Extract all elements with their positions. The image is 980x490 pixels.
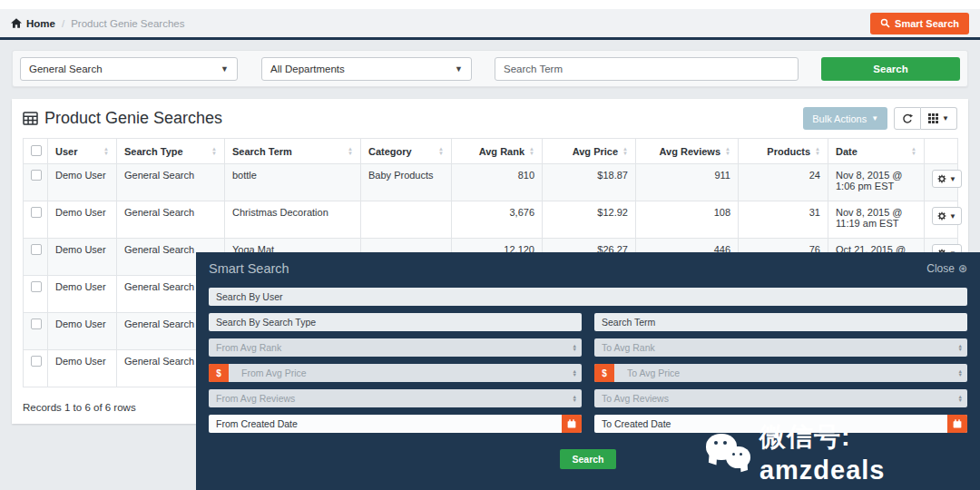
row-checkbox[interactable] — [31, 318, 42, 329]
filter-search-button[interactable]: Search — [821, 57, 960, 81]
search-icon — [880, 18, 890, 28]
number-spinner-icon[interactable]: ▲▼ — [958, 369, 967, 377]
department-select-value: All Departments — [270, 64, 345, 74]
bulk-actions-button[interactable]: Bulk Actions ▼ — [803, 107, 887, 130]
search-by-user-field — [209, 288, 967, 306]
column-header-user[interactable]: User▲▼ — [48, 139, 117, 164]
from-created-date-input[interactable] — [209, 415, 562, 433]
search-by-search-type-input[interactable] — [209, 313, 582, 331]
smart-search-button-label: Smart Search — [895, 18, 959, 29]
from-avg-reviews-input[interactable] — [209, 389, 573, 407]
page-title-text: Product Genie Searches — [44, 109, 222, 128]
chevron-down-icon: ▼ — [871, 114, 878, 122]
cell-search-term: Christmas Decoration — [225, 201, 361, 239]
modal-search-button[interactable]: Search — [560, 449, 615, 469]
from-avg-rank-field: ▲▼ — [209, 338, 582, 357]
cell-user: Demo User — [48, 164, 117, 201]
to-avg-price-input[interactable] — [614, 364, 958, 382]
sort-icon: ▲▼ — [622, 147, 628, 156]
search-type-select[interactable]: General Search ▼ — [20, 57, 238, 81]
column-header-avg-rank[interactable]: Avg Rank▲▼ — [452, 139, 543, 164]
cell-user: Demo User — [48, 276, 117, 313]
cell-avg-price: $12.92 — [543, 201, 636, 239]
table-icon — [23, 112, 38, 125]
column-header-products[interactable]: Products▲▼ — [739, 139, 828, 164]
from-avg-price-input[interactable] — [229, 364, 573, 382]
number-spinner-icon[interactable]: ▲▼ — [573, 395, 582, 402]
sort-icon: ▲▼ — [529, 147, 534, 156]
search-term-field — [594, 313, 967, 331]
dollar-addon-icon: $ — [594, 364, 614, 382]
dollar-addon-icon: $ — [209, 364, 229, 382]
chevron-down-icon: ▼ — [949, 212, 956, 220]
cell-avg-price: $18.87 — [543, 164, 636, 201]
from-created-date-field — [209, 415, 582, 433]
sort-icon: ▲▼ — [348, 147, 353, 156]
cell-search-type: General Search — [117, 201, 225, 239]
sort-icon: ▲▼ — [211, 147, 217, 156]
sort-icon: ▲▼ — [725, 147, 730, 156]
row-checkbox[interactable] — [31, 244, 42, 255]
cell-search-term: bottle — [225, 164, 361, 201]
breadcrumb-separator: / — [62, 18, 64, 29]
from-avg-reviews-field: ▲▼ — [209, 389, 582, 407]
breadcrumb-home-link[interactable]: Home — [11, 18, 55, 29]
search-by-user-input[interactable] — [209, 288, 967, 306]
column-header-avg-price[interactable]: Avg Price▲▼ — [543, 139, 636, 164]
search-type-select-value: General Search — [29, 64, 103, 74]
column-header-category[interactable]: Category▲▼ — [361, 139, 452, 164]
column-header-date[interactable]: Date▲▼ — [828, 139, 925, 164]
to-avg-reviews-input[interactable] — [594, 389, 958, 407]
row-actions-button[interactable]: ▼ — [932, 207, 962, 225]
cell-avg-reviews: 911 — [636, 164, 739, 201]
watermark: 微信号: amzdeals — [706, 419, 980, 485]
breadcrumb: Home / Product Genie Searches — [11, 18, 184, 29]
row-checkbox[interactable] — [31, 170, 42, 181]
smart-search-button[interactable]: Smart Search — [870, 13, 969, 34]
column-header-actions — [925, 139, 958, 164]
number-spinner-icon[interactable]: ▲▼ — [958, 395, 967, 402]
number-spinner-icon[interactable]: ▲▼ — [958, 344, 967, 351]
modal-search-term-input[interactable] — [594, 313, 967, 331]
refresh-icon — [902, 113, 913, 124]
breadcrumb-bar: Home / Product Genie Searches Smart Sear… — [0, 9, 980, 40]
number-spinner-icon[interactable]: ▲▼ — [573, 369, 582, 377]
department-select[interactable]: All Departments ▼ — [261, 57, 472, 81]
table-tools-group: ▼ — [894, 107, 957, 130]
sort-icon: ▲▼ — [911, 147, 916, 156]
select-all-checkbox[interactable] — [31, 145, 42, 156]
sort-icon: ▲▼ — [438, 147, 444, 156]
row-checkbox[interactable] — [31, 281, 42, 292]
refresh-button[interactable] — [894, 107, 921, 130]
page-title: Product Genie Searches — [23, 109, 222, 128]
column-header-avg-reviews[interactable]: Avg Reviews▲▼ — [636, 139, 739, 164]
columns-button[interactable]: ▼ — [921, 107, 957, 130]
table-row: Demo User General Search bottle Baby Pro… — [24, 164, 958, 201]
gear-icon — [937, 211, 946, 220]
row-checkbox[interactable] — [31, 356, 42, 367]
chevron-down-icon: ▼ — [942, 114, 949, 122]
calendar-icon — [567, 419, 576, 428]
chevron-down-icon: ▼ — [220, 64, 229, 74]
panel-toolbar: Bulk Actions ▼ ▼ — [803, 107, 957, 130]
filter-bar: General Search ▼ All Departments ▼ Searc… — [12, 50, 968, 87]
cell-date: Nov 8, 2015 @ 1:06 pm EST — [828, 164, 925, 201]
column-header-search-type[interactable]: Search Type▲▼ — [117, 139, 225, 164]
modal-close-button[interactable]: Close ⊛ — [926, 262, 967, 275]
modal-header: Smart Search Close ⊛ — [209, 261, 967, 276]
calendar-button[interactable] — [562, 415, 582, 433]
breadcrumb-home-label: Home — [26, 18, 55, 29]
column-header-search-term[interactable]: Search Term▲▼ — [225, 139, 361, 164]
modal-title: Smart Search — [209, 261, 289, 276]
to-avg-price-field: $ ▲▼ — [594, 364, 967, 382]
sort-icon: ▲▼ — [103, 147, 109, 156]
from-avg-rank-input[interactable] — [209, 338, 573, 357]
row-checkbox[interactable] — [31, 207, 42, 218]
row-actions-button[interactable]: ▼ — [932, 170, 962, 188]
cell-user: Demo User — [48, 201, 117, 239]
search-term-input[interactable] — [495, 57, 799, 81]
number-spinner-icon[interactable]: ▲▼ — [573, 344, 582, 351]
watermark-text: 微信号: amzdeals — [760, 419, 980, 485]
bulk-actions-label: Bulk Actions — [812, 113, 867, 124]
to-avg-rank-input[interactable] — [594, 338, 958, 357]
